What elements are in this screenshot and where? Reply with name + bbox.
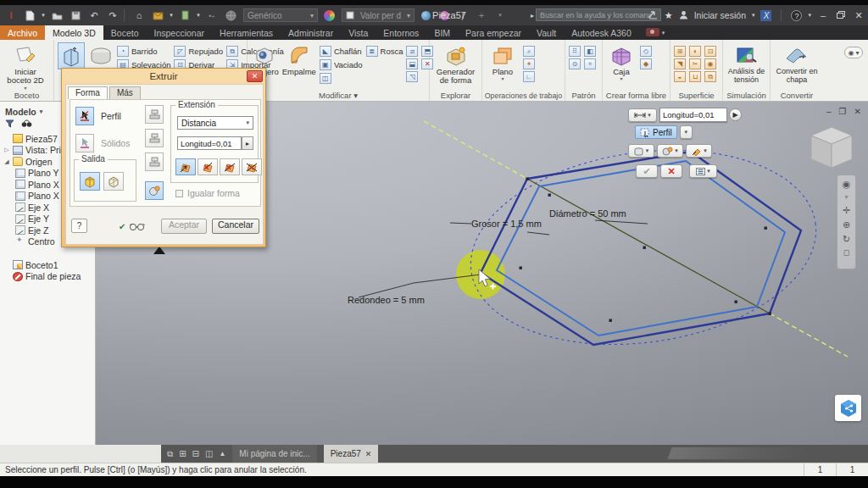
esculpir-icon[interactable]: ◖ bbox=[689, 46, 701, 57]
update-icon[interactable] bbox=[177, 8, 192, 22]
iniciar-boceto-2d-button[interactable]: Iniciar boceto 2D▾ bbox=[3, 42, 47, 91]
tab-boceto[interactable]: Boceto bbox=[103, 25, 147, 40]
dialog-close-button[interactable]: ✕ bbox=[247, 70, 263, 82]
solidos-select-button[interactable] bbox=[75, 134, 94, 152]
length-input[interactable]: Longitud=0,01 bbox=[659, 108, 727, 122]
vaciado-button[interactable]: ▣Vaciado bbox=[320, 59, 363, 70]
select-icon[interactable]: ▪₊ bbox=[204, 8, 220, 22]
punto-icon[interactable]: ⌕ bbox=[523, 46, 535, 57]
camera-icon[interactable] bbox=[646, 28, 659, 36]
direction-symmetric-button[interactable] bbox=[220, 158, 240, 175]
solid-mode-button[interactable] bbox=[145, 181, 164, 200]
ribbon-collapse-icon[interactable]: ◉ ▾ bbox=[844, 47, 863, 58]
limite-icon[interactable]: ◒ bbox=[674, 71, 686, 82]
orbit-icon[interactable]: ↻ bbox=[843, 235, 850, 244]
new-file-dropdown-icon[interactable]: ▾ bbox=[41, 8, 46, 22]
camera-dropdown-icon[interactable]: ▾ bbox=[659, 25, 668, 40]
direction-flipped-button[interactable] bbox=[198, 158, 218, 175]
doc-restore-icon[interactable]: ❒ bbox=[839, 107, 847, 116]
tab-vault[interactable]: Vault bbox=[529, 25, 564, 40]
extent-face-button-2[interactable] bbox=[145, 129, 164, 147]
trim-icon[interactable]: ✂ bbox=[689, 58, 701, 69]
options-list-button[interactable]: ▾ bbox=[689, 164, 717, 178]
open-icon[interactable] bbox=[49, 8, 64, 22]
close-button[interactable]: ✕ bbox=[853, 10, 865, 21]
direction-asymmetric-button[interactable] bbox=[242, 158, 262, 175]
ajustar-icon[interactable]: ⧉ bbox=[704, 71, 716, 82]
help-icon[interactable]: ? bbox=[791, 10, 802, 21]
ok-check-button[interactable]: ✔ bbox=[636, 164, 658, 178]
expand-tabs-icon[interactable]: ▲ bbox=[219, 450, 225, 458]
dialog-tab-mas[interactable]: Más bbox=[109, 86, 141, 99]
world-icon[interactable] bbox=[223, 8, 238, 22]
dividir-icon[interactable]: ⧄ bbox=[406, 46, 418, 57]
help-dropdown-icon[interactable]: ▾ bbox=[808, 12, 811, 19]
chaflan-button[interactable]: ◣Chaflán bbox=[320, 46, 363, 57]
doc-minimize-icon[interactable]: – bbox=[826, 107, 832, 116]
longitud-flyout-icon[interactable]: ▸ bbox=[242, 136, 253, 150]
tree-item-final-de-pieza[interactable]: Final de pieza bbox=[3, 271, 95, 283]
diametro-annotation[interactable]: Diámetro = 50 mm bbox=[549, 208, 626, 219]
salida-solido-button[interactable] bbox=[80, 172, 100, 191]
viewcube[interactable] bbox=[804, 124, 859, 180]
pan-icon[interactable]: ✛ bbox=[843, 206, 850, 215]
dialog-help-button[interactable]: ? bbox=[71, 219, 87, 233]
doblar-pieza-icon[interactable]: ◹ bbox=[406, 71, 418, 82]
tab-archivo[interactable]: Archivo bbox=[0, 25, 45, 40]
tile-vertical-icon[interactable]: ◫ bbox=[205, 449, 213, 458]
look-at-icon[interactable]: ◻ bbox=[843, 249, 849, 257]
tab-bim[interactable]: BIM bbox=[426, 25, 458, 40]
browser-header-dropdown-icon[interactable]: ▾ bbox=[40, 108, 43, 115]
rosca-button[interactable]: ≣Rosca bbox=[366, 46, 403, 57]
zoom-icon[interactable]: ⊕ bbox=[843, 220, 850, 230]
save-icon[interactable] bbox=[68, 8, 83, 22]
distancia-select[interactable]: Distancia▾ bbox=[177, 116, 253, 130]
filter-icon[interactable] bbox=[5, 119, 14, 130]
cascade-windows-icon[interactable]: ⧉ bbox=[167, 449, 173, 459]
igualar-forma-checkbox[interactable]: Igualar forma bbox=[175, 188, 240, 198]
color-wheel-icon[interactable] bbox=[321, 8, 337, 22]
perfil-select-button[interactable] bbox=[75, 107, 94, 125]
dialog-expand-triangle-icon[interactable] bbox=[153, 247, 165, 254]
help-search-input[interactable]: Buscar en la ayuda y los comanc bbox=[536, 8, 661, 21]
doc-close-icon[interactable]: ✕ bbox=[854, 107, 861, 116]
tab-administrar[interactable]: Administrar bbox=[281, 25, 341, 40]
eje-icon[interactable]: ✦ bbox=[523, 58, 535, 69]
expand-icon[interactable]: ▷ bbox=[3, 147, 10, 153]
tab-autodesk-a360[interactable]: Autodesk A360 bbox=[564, 25, 639, 40]
patron-boceto-icon[interactable]: ⚬ bbox=[584, 58, 596, 69]
outer-profile[interactable] bbox=[481, 152, 801, 345]
extruir-button[interactable] bbox=[58, 42, 85, 69]
espesor-button[interactable]: ◫ bbox=[320, 73, 363, 84]
sign-in-label[interactable]: Iniciar sesión bbox=[694, 10, 746, 20]
reparar-icon[interactable]: ⊔ bbox=[689, 71, 701, 82]
update-dropdown-icon[interactable]: ▾ bbox=[196, 8, 201, 22]
tab-entornos[interactable]: Entornos bbox=[376, 25, 426, 40]
engrosar-icon[interactable]: ◉ bbox=[704, 58, 716, 69]
extender-icon[interactable]: ⊡ bbox=[704, 46, 716, 57]
cancelar-button[interactable]: Cancelar bbox=[212, 219, 259, 234]
tab-para-empezar[interactable]: Para empezar bbox=[458, 25, 529, 40]
plano-button[interactable]: Plano▾ bbox=[486, 42, 520, 82]
direction-default-button[interactable] bbox=[175, 158, 196, 175]
diameter-line[interactable] bbox=[527, 179, 770, 313]
redo-icon[interactable]: ↷ bbox=[105, 8, 120, 22]
recortar-icon[interactable]: ◥ bbox=[674, 58, 686, 69]
tile-horizontal-icon[interactable]: ⊟ bbox=[192, 449, 199, 458]
tile-windows-icon[interactable]: ⊞ bbox=[179, 449, 186, 458]
simetria-icon[interactable]: ◧ bbox=[584, 46, 596, 57]
generador-de-forma-button[interactable]: Generador de forma bbox=[433, 42, 478, 86]
favorites-star-icon[interactable]: ★ bbox=[665, 10, 673, 21]
patron-rectangular-icon[interactable]: ⠿ bbox=[569, 46, 581, 57]
dialog-tab-forma[interactable]: Forma bbox=[68, 86, 108, 99]
search-binoculars-icon[interactable] bbox=[21, 119, 32, 130]
revolucion-button[interactable] bbox=[88, 42, 114, 68]
tab-herramientas[interactable]: Herramientas bbox=[212, 25, 281, 40]
sign-in-dropdown-icon[interactable]: ▾ bbox=[752, 12, 755, 19]
apply-arrow-icon[interactable]: ▶ bbox=[729, 108, 742, 121]
salida-superficie-button[interactable] bbox=[103, 172, 124, 191]
exchange-apps-icon[interactable]: X bbox=[760, 10, 771, 21]
scr-icon[interactable]: ∟ bbox=[523, 71, 535, 82]
tab-close-icon[interactable]: ✕ bbox=[365, 450, 372, 458]
material-combo[interactable]: Genérico▾ bbox=[243, 8, 318, 22]
